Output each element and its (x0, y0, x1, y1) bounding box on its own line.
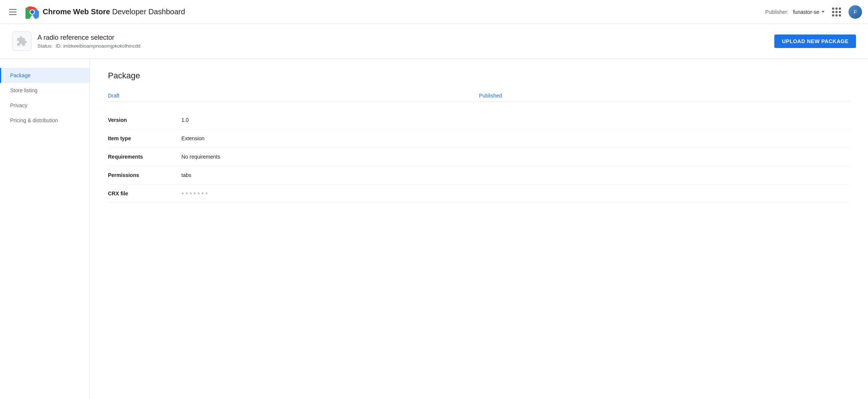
app-header: A radio reference selector Status: ID: i… (0, 24, 868, 59)
main-layout: Package Store listing Privacy Pricing & … (0, 59, 868, 399)
google-apps-icon[interactable] (829, 4, 844, 20)
app-title: Chrome Web Store Developer Dashboard (43, 8, 185, 16)
sidebar-item-package[interactable]: Package (0, 68, 90, 83)
sidebar-item-store-listing[interactable]: Store listing (0, 83, 90, 98)
requirements-label: Requirements (108, 154, 175, 160)
permissions-label: Permissions (108, 172, 175, 178)
publisher-selector[interactable]: funastor-se (793, 9, 825, 15)
columns-header: Draft Published (108, 93, 850, 102)
status-label: Status: (37, 43, 52, 49)
permissions-row: Permissions tabs (108, 166, 850, 184)
extension-name: A radio reference selector (37, 34, 141, 42)
nav-left: Chrome Web Store Developer Dashboard (6, 5, 765, 19)
app-header-info: A radio reference selector Status: ID: i… (12, 32, 141, 51)
crx-file-label: CRX file (108, 190, 175, 196)
requirements-row: Requirements No requirements (108, 148, 850, 166)
item-type-label: Item type (108, 135, 175, 141)
puzzle-piece-icon (16, 36, 27, 47)
permissions-value: tabs (181, 172, 850, 178)
status-line: Status: ID: imbkeeibioampnoaomjpkokolhin… (37, 43, 141, 49)
sidebar: Package Store listing Privacy Pricing & … (0, 59, 90, 399)
logo-container: Chrome Web Store Developer Dashboard (25, 5, 185, 19)
sidebar-item-pricing-distribution[interactable]: Pricing & distribution (0, 113, 90, 128)
chrome-logo-icon (25, 5, 39, 19)
nav-right: Publisher: funastor-se F (765, 4, 862, 20)
extension-id: ID: imbkeeibioampnoaomjpkokolhincdd (55, 43, 140, 49)
content-title: Package (108, 71, 850, 81)
app-info: A radio reference selector Status: ID: i… (37, 34, 141, 49)
item-type-value: Extension (181, 135, 850, 141)
upload-new-package-button[interactable]: UPLOAD NEW PACKAGE (774, 34, 856, 48)
item-type-row: Item type Extension (108, 129, 850, 148)
publisher-dropdown-icon (822, 11, 825, 13)
crx-file-value: ● ● ● ● ● ● ● (181, 190, 850, 196)
draft-column-header: Draft (108, 93, 479, 99)
version-value: 1.0 (181, 117, 850, 123)
avatar[interactable]: F (849, 5, 862, 19)
content-area: Package Draft Published Version 1.0 Item… (90, 59, 868, 399)
version-label: Version (108, 117, 175, 123)
top-navigation: Chrome Web Store Developer Dashboard Pub… (0, 0, 868, 24)
hamburger-menu-icon[interactable] (6, 6, 19, 18)
sidebar-item-privacy[interactable]: Privacy (0, 98, 90, 113)
extension-icon (12, 32, 31, 51)
version-row: Version 1.0 (108, 111, 850, 129)
published-column-header: Published (479, 93, 850, 99)
publisher-label: Publisher: (765, 9, 789, 15)
crx-file-row: CRX file ● ● ● ● ● ● ● (108, 184, 850, 203)
svg-point-2 (30, 10, 34, 14)
requirements-value: No requirements (181, 154, 850, 160)
